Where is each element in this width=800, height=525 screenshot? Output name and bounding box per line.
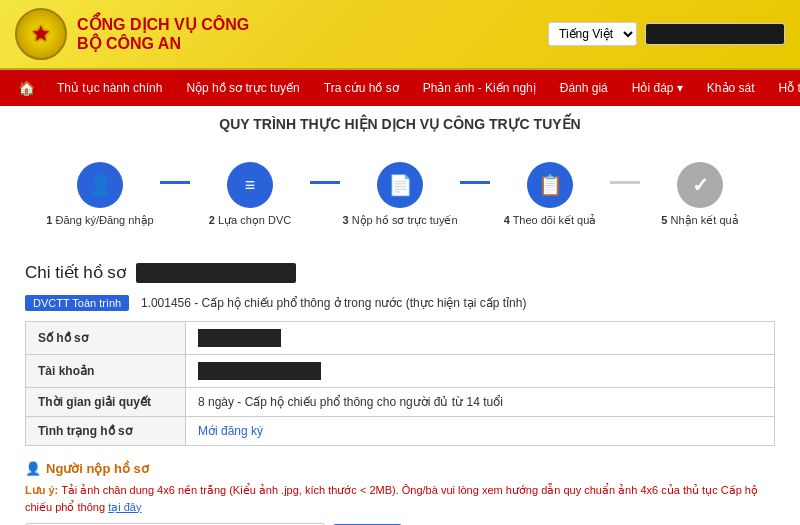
value-thoi-gian: 8 ngày - Cấp hộ chiếu phổ thông cho ngườ…	[186, 388, 775, 417]
title-line1: CỔNG DỊCH VỤ CÔNG	[77, 15, 249, 34]
badge-row: DVCTT Toàn trình 1.001456 - Cấp hộ chiếu…	[25, 295, 775, 311]
step-connector-1	[160, 181, 190, 184]
search-input[interactable]	[645, 23, 785, 45]
dvctt-badge: DVCTT Toàn trình	[25, 295, 129, 311]
value-so-ho-so	[186, 322, 775, 355]
header-right: Tiếng Việt English	[548, 22, 785, 46]
step-1-circle: 👤	[77, 162, 123, 208]
step-2: ≡ 2 Lựa chọn DVC	[190, 162, 310, 227]
label-thoi-gian: Thời gian giải quyết	[26, 388, 186, 417]
nav-item-lookup[interactable]: Tra cứu hồ sơ	[312, 71, 411, 105]
step-connector-4	[610, 181, 640, 184]
title-line2: BỘ CÔNG AN	[77, 34, 249, 53]
step-4: 📋 4 Theo dõi kết quả	[490, 162, 610, 227]
step-1-label: 1 Đăng ký/Đăng nhập	[46, 214, 153, 227]
language-selector[interactable]: Tiếng Việt English	[548, 22, 637, 46]
nav-item-submit[interactable]: Nộp hồ sơ trực tuyến	[174, 71, 311, 105]
label-tai-khoan: Tài khoản	[26, 355, 186, 388]
steps-container: 👤 1 Đăng ký/Đăng nhập ≡ 2 Lựa chọn DVC 📄…	[0, 142, 800, 247]
step-connector-3	[460, 181, 490, 184]
step-4-circle: 📋	[527, 162, 573, 208]
table-row: Số hồ sơ	[26, 322, 775, 355]
nav-home-button[interactable]: 🏠	[8, 70, 45, 106]
logo: ★	[15, 8, 67, 60]
step-2-label: 2 Lựa chọn DVC	[209, 214, 292, 227]
step-5-circle: ✓	[677, 162, 723, 208]
nav-item-support[interactable]: Hỗ trợ ▾	[767, 71, 800, 105]
nav-item-rating[interactable]: Đánh giá	[548, 71, 620, 105]
step-3-circle: 📄	[377, 162, 423, 208]
nav-item-procedures[interactable]: Thủ tục hành chính	[45, 71, 174, 105]
main-content: Chi tiết hồ sơ DVCTT Toàn trình 1.001456…	[0, 247, 800, 525]
value-tai-khoan	[186, 355, 775, 388]
info-table: Số hồ sơ Tài khoản Thời gian giải quyết …	[25, 321, 775, 446]
main-nav: 🏠 Thủ tục hành chính Nộp hồ sơ trực tuyế…	[0, 70, 800, 106]
step-connector-2	[310, 181, 340, 184]
step-3: 📄 3 Nộp hồ sơ trực tuyến	[340, 162, 460, 227]
badge-description: 1.001456 - Cấp hộ chiếu phổ thông ở tron…	[141, 296, 527, 310]
step-3-label: 3 Nộp hồ sơ trực tuyến	[342, 214, 457, 227]
case-title-row: Chi tiết hồ sơ	[25, 262, 775, 283]
warning-label: Lưu ý:	[25, 484, 58, 496]
table-row: Thời gian giải quyết 8 ngày - Cấp hộ chi…	[26, 388, 775, 417]
step-5-label: 5 Nhận kết quả	[661, 214, 738, 227]
label-so-ho-so: Số hồ sơ	[26, 322, 186, 355]
step-4-label: 4 Theo dõi kết quả	[504, 214, 597, 227]
page-title: QUY TRÌNH THỰC HIỆN DỊCH VỤ CÔNG TRỰC TU…	[0, 106, 800, 142]
value-tinh-trang: Mới đăng ký	[186, 417, 775, 446]
logo-star-icon: ★	[31, 21, 51, 47]
step-5: ✓ 5 Nhận kết quả	[640, 162, 760, 227]
case-id	[136, 263, 296, 283]
step-2-circle: ≡	[227, 162, 273, 208]
header-left: ★ CỔNG DỊCH VỤ CÔNG BỘ CÔNG AN	[15, 8, 249, 60]
header: ★ CỔNG DỊCH VỤ CÔNG BỘ CÔNG AN Tiếng Việ…	[0, 0, 800, 70]
site-title: CỔNG DỊCH VỤ CÔNG BỘ CÔNG AN	[77, 15, 249, 53]
step-1: 👤 1 Đăng ký/Đăng nhập	[40, 162, 160, 227]
status-link[interactable]: Mới đăng ký	[198, 424, 263, 438]
warning-text: Lưu ý: Tải ảnh chân dung 4x6 nền trắng (…	[25, 482, 775, 515]
table-row: Tài khoản	[26, 355, 775, 388]
case-title-label: Chi tiết hồ sơ	[25, 262, 126, 283]
nav-item-faq[interactable]: Hỏi đáp ▾	[620, 71, 695, 105]
label-tinh-trang: Tình trạng hồ sơ	[26, 417, 186, 446]
warning-link[interactable]: tại đây	[108, 501, 141, 513]
person-section-title: 👤 Người nộp hồ sơ	[25, 461, 775, 476]
nav-item-survey[interactable]: Khảo sát	[695, 71, 767, 105]
person-icon: 👤	[25, 461, 41, 476]
person-title-text: Người nộp hồ sơ	[46, 461, 149, 476]
nav-item-feedback[interactable]: Phản ánh - Kiến nghị	[411, 71, 548, 105]
table-row: Tình trạng hồ sơ Mới đăng ký	[26, 417, 775, 446]
